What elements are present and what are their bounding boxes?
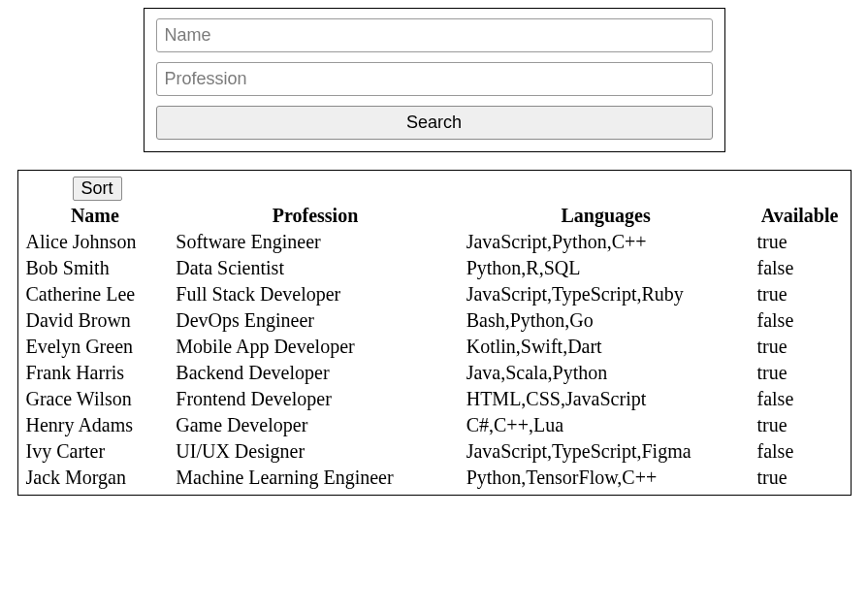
- cell-available: true: [752, 412, 849, 438]
- cell-languages: JavaScript,Python,C++: [461, 229, 752, 255]
- cell-name: Alice Johnson: [20, 229, 171, 255]
- cell-languages: Kotlin,Swift,Dart: [461, 334, 752, 360]
- cell-profession: Frontend Developer: [170, 386, 460, 412]
- cell-available: true: [752, 360, 849, 386]
- table-row: David BrownDevOps EngineerBash,Python,Go…: [20, 307, 849, 334]
- cell-name: Ivy Carter: [20, 438, 171, 465]
- table-row: Catherine LeeFull Stack DeveloperJavaScr…: [20, 281, 849, 307]
- cell-languages: Java,Scala,Python: [461, 360, 752, 386]
- table-row: Alice JohnsonSoftware EngineerJavaScript…: [20, 229, 849, 255]
- cell-name: Evelyn Green: [20, 334, 171, 360]
- cell-name: Frank Harris: [20, 360, 171, 386]
- cell-available: true: [752, 334, 849, 360]
- cell-name: Jack Morgan: [20, 465, 171, 491]
- search-button[interactable]: Search: [156, 106, 713, 140]
- profession-input[interactable]: [156, 62, 713, 96]
- cell-profession: Mobile App Developer: [170, 334, 460, 360]
- cell-profession: Software Engineer: [170, 229, 460, 255]
- cell-profession: Machine Learning Engineer: [170, 465, 460, 491]
- cell-name: Bob Smith: [20, 255, 171, 281]
- cell-name: Henry Adams: [20, 412, 171, 438]
- cell-profession: DevOps Engineer: [170, 307, 460, 334]
- sort-button[interactable]: Sort: [73, 177, 122, 201]
- cell-languages: Python,TensorFlow,C++: [461, 465, 752, 491]
- cell-available: false: [752, 307, 849, 334]
- cell-profession: Full Stack Developer: [170, 281, 460, 307]
- cell-available: false: [752, 386, 849, 412]
- cell-available: true: [752, 465, 849, 491]
- results-panel: Sort Name Profession Languages Available…: [17, 170, 852, 496]
- cell-name: Catherine Lee: [20, 281, 171, 307]
- table-row: Henry AdamsGame DeveloperC#,C++,Luatrue: [20, 412, 849, 438]
- header-profession: Profession: [170, 203, 460, 229]
- cell-profession: Backend Developer: [170, 360, 460, 386]
- cell-available: false: [752, 255, 849, 281]
- search-panel: Search: [144, 8, 725, 152]
- cell-languages: Python,R,SQL: [461, 255, 752, 281]
- table-row: Ivy CarterUI/UX DesignerJavaScript,TypeS…: [20, 438, 849, 465]
- cell-profession: UI/UX Designer: [170, 438, 460, 465]
- cell-available: true: [752, 229, 849, 255]
- table-row: Jack MorganMachine Learning EngineerPyth…: [20, 465, 849, 491]
- cell-name: David Brown: [20, 307, 171, 334]
- table-row: Bob SmithData ScientistPython,R,SQLfalse: [20, 255, 849, 281]
- table-row: Grace WilsonFrontend DeveloperHTML,CSS,J…: [20, 386, 849, 412]
- cell-available: false: [752, 438, 849, 465]
- header-available: Available: [752, 203, 849, 229]
- cell-languages: HTML,CSS,JavaScript: [461, 386, 752, 412]
- header-name: Name: [20, 203, 171, 229]
- cell-available: true: [752, 281, 849, 307]
- cell-name: Grace Wilson: [20, 386, 171, 412]
- cell-profession: Data Scientist: [170, 255, 460, 281]
- cell-profession: Game Developer: [170, 412, 460, 438]
- cell-languages: Bash,Python,Go: [461, 307, 752, 334]
- cell-languages: JavaScript,TypeScript,Figma: [461, 438, 752, 465]
- cell-languages: JavaScript,TypeScript,Ruby: [461, 281, 752, 307]
- name-input[interactable]: [156, 18, 713, 52]
- table-row: Evelyn GreenMobile App DeveloperKotlin,S…: [20, 334, 849, 360]
- results-table: Name Profession Languages Available Alic…: [20, 203, 849, 491]
- cell-languages: C#,C++,Lua: [461, 412, 752, 438]
- header-languages: Languages: [461, 203, 752, 229]
- table-row: Frank HarrisBackend DeveloperJava,Scala,…: [20, 360, 849, 386]
